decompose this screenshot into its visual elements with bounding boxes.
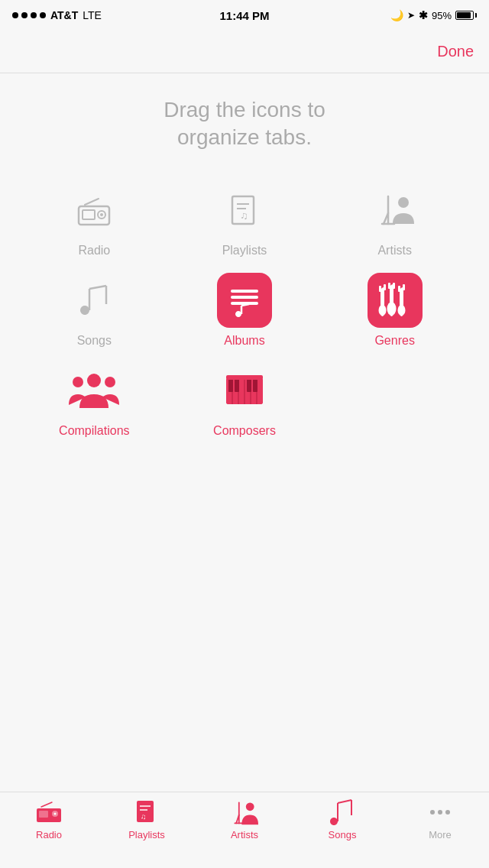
icon-item-genres[interactable]: Genres — [323, 273, 466, 348]
signal-dot-2 — [21, 12, 28, 18]
battery-icon — [455, 11, 477, 20]
icon-item-songs[interactable]: Songs — [23, 273, 166, 348]
svg-line-49 — [41, 802, 52, 807]
bluetooth-icon: ✱ — [419, 9, 428, 21]
carrier-label: AT&T — [50, 9, 78, 21]
icon-item-radio[interactable]: Radio — [23, 183, 166, 257]
tab-songs-svg — [330, 798, 355, 826]
instruction-line-2: organize tabs. — [177, 125, 312, 149]
svg-rect-27 — [393, 283, 395, 289]
composers-icon — [223, 371, 266, 410]
radio-icon — [76, 194, 112, 226]
svg-point-48 — [54, 813, 57, 815]
svg-line-59 — [338, 800, 351, 803]
status-time: 11:44 PM — [219, 9, 269, 22]
songs-icon — [79, 283, 109, 318]
tab-item-artists[interactable]: Artists — [196, 798, 293, 840]
tab-playlists-label: Playlists — [128, 829, 165, 840]
done-button[interactable]: Done — [437, 43, 474, 60]
network-type-label: LTE — [83, 9, 102, 21]
svg-point-30 — [73, 377, 83, 387]
icon-item-playlists[interactable]: ♫ Playlists — [173, 183, 316, 257]
svg-rect-43 — [253, 378, 257, 392]
svg-point-12 — [398, 197, 409, 208]
svg-rect-46 — [39, 811, 48, 818]
tab-bar: Radio ♫ Playlists Artists — [0, 792, 489, 868]
tab-artists-svg — [231, 798, 258, 826]
signal-dot-3 — [31, 12, 37, 18]
more-dot-1 — [430, 810, 435, 815]
svg-rect-26 — [388, 283, 390, 289]
svg-line-14 — [89, 286, 106, 289]
tab-playlists-svg: ♫ — [134, 799, 160, 825]
status-right: 🌙 ➤ ✱ 95% — [390, 9, 477, 21]
icon-item-compilations[interactable]: Compilations — [23, 363, 166, 438]
tab-item-playlists[interactable]: ♫ Playlists — [98, 798, 196, 840]
tab-item-songs[interactable]: Songs — [293, 798, 391, 840]
svg-text:♫: ♫ — [141, 812, 147, 821]
genres-icon-box — [368, 273, 423, 328]
composers-label: Composers — [213, 424, 276, 438]
svg-rect-44 — [226, 375, 263, 380]
tab-item-more[interactable]: More — [391, 798, 489, 840]
compilations-icon — [69, 370, 119, 411]
radio-label: Radio — [78, 244, 110, 257]
playlists-label: Playlists — [222, 244, 267, 257]
signal-dot-4 — [40, 12, 46, 18]
icon-item-composers[interactable]: Composers — [173, 363, 316, 438]
battery-percent: 95% — [432, 10, 452, 21]
tab-songs-icon — [329, 798, 356, 826]
svg-rect-41 — [235, 378, 239, 392]
main-content: Drag the icons to organize tabs. Radio — [0, 73, 489, 453]
signal-dot-1 — [12, 12, 18, 18]
tab-artists-icon — [231, 798, 258, 826]
svg-text:♫: ♫ — [240, 210, 248, 222]
svg-rect-42 — [247, 378, 251, 392]
moon-icon: 🌙 — [390, 9, 403, 21]
icon-grid: Radio ♫ Playlists — [15, 183, 474, 438]
compilations-label: Compilations — [59, 424, 129, 438]
tab-playlists-icon: ♫ — [133, 798, 160, 826]
icon-item-albums[interactable]: Albums — [173, 273, 316, 348]
albums-icon — [228, 283, 261, 317]
tab-radio-label: Radio — [36, 829, 62, 840]
playlists-icon: ♫ — [228, 193, 261, 227]
instruction-line-1: Drag the icons to — [164, 98, 325, 121]
artists-icon — [374, 192, 416, 228]
icon-item-artists[interactable]: Artists — [323, 183, 466, 257]
tab-radio-icon — [35, 798, 63, 826]
tab-radio-svg — [35, 801, 63, 824]
status-left: AT&T LTE — [12, 9, 102, 21]
svg-point-22 — [387, 302, 396, 316]
svg-rect-25 — [384, 284, 386, 290]
songs-label: Songs — [77, 334, 112, 348]
albums-label: Albums — [224, 334, 264, 348]
tab-item-radio[interactable]: Radio — [0, 798, 98, 840]
artists-label: Artists — [377, 244, 411, 257]
svg-rect-28 — [398, 286, 400, 292]
albums-icon-box — [217, 273, 272, 328]
more-dot-3 — [445, 810, 450, 815]
svg-line-4 — [85, 199, 99, 205]
svg-point-3 — [100, 213, 103, 216]
more-dot-2 — [438, 810, 442, 815]
svg-rect-24 — [379, 286, 381, 292]
composers-icon-box — [217, 363, 272, 418]
location-icon: ➤ — [407, 10, 415, 21]
nav-bar: Done — [0, 31, 489, 73]
svg-point-23 — [397, 305, 405, 316]
status-bar: AT&T LTE 11:44 PM 🌙 ➤ ✱ 95% — [0, 0, 489, 31]
svg-rect-1 — [83, 210, 95, 219]
more-dots — [430, 798, 450, 826]
svg-point-32 — [87, 374, 101, 387]
tab-more-label: More — [429, 829, 452, 840]
tab-more-icon — [426, 798, 454, 826]
songs-icon-box — [66, 273, 121, 328]
svg-point-21 — [378, 305, 386, 316]
svg-point-57 — [246, 802, 254, 811]
radio-icon-box — [66, 183, 121, 238]
tab-artists-label: Artists — [231, 829, 258, 840]
instruction-text: Drag the icons to organize tabs. — [15, 96, 474, 152]
tab-songs-label: Songs — [329, 829, 357, 840]
signal-dots — [12, 12, 46, 18]
